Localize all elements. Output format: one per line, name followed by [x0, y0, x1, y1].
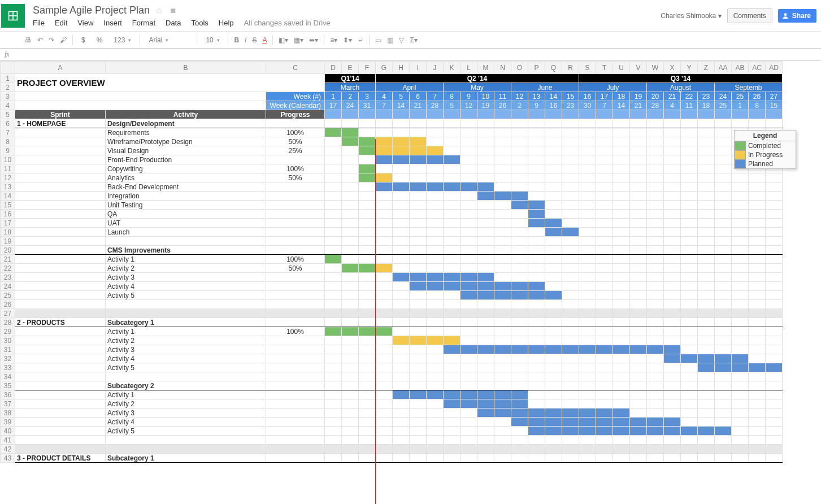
fill-color-icon[interactable]: ◧▾ [279, 36, 288, 44]
save-status: All changes saved in Drive [244, 19, 331, 27]
titlebar: Sample Agile Project Plan ☆ ■ File Edit … [0, 0, 821, 32]
menu-view[interactable]: View [77, 19, 93, 27]
menu-data[interactable]: Data [166, 19, 181, 27]
bold-icon[interactable]: B [234, 36, 239, 44]
font-size-dropdown[interactable]: 10 [203, 35, 222, 45]
spreadsheet-grid[interactable]: ABCDEFGHIJKLMNOPQRSTUVWXYZAAABACAD1PROJE… [0, 61, 821, 504]
star-icon[interactable]: ☆ [155, 6, 163, 15]
legend-box: Legend CompletedIn ProgressPlanned [734, 130, 796, 169]
paint-icon[interactable]: 🖌 [60, 36, 67, 44]
svg-point-3 [784, 13, 787, 16]
account-name[interactable]: Charles Shimooka ▾ [661, 12, 721, 20]
undo-icon[interactable]: ↶ [37, 36, 43, 44]
menu-file[interactable]: File [33, 19, 45, 27]
link-icon[interactable]: ▭ [375, 36, 381, 44]
share-button[interactable]: Share [778, 9, 816, 23]
merge-icon[interactable]: ⬌▾ [309, 36, 318, 44]
percent-button[interactable]: % [94, 35, 106, 45]
menu-format[interactable]: Format [132, 19, 155, 27]
wrap-icon[interactable]: ⤶ [358, 36, 363, 44]
borders-icon[interactable]: ▦▾ [294, 36, 303, 44]
person-icon [781, 12, 789, 20]
print-icon[interactable]: 🖶 [25, 36, 32, 44]
italic-icon[interactable]: I [245, 36, 246, 44]
folder-icon[interactable]: ■ [170, 6, 176, 15]
doc-title[interactable]: Sample Agile Project Plan [33, 5, 150, 16]
menu-insert[interactable]: Insert [103, 19, 122, 27]
strike-icon[interactable]: S [252, 36, 257, 44]
menu-edit[interactable]: Edit [55, 19, 67, 27]
halign-icon[interactable]: ≡▾ [330, 36, 337, 44]
menubar: File Edit View Insert Format Data Tools … [33, 19, 661, 27]
chart-icon[interactable]: ▥ [387, 36, 393, 44]
menu-tools[interactable]: Tools [191, 19, 208, 27]
comments-button[interactable]: Comments [727, 8, 772, 23]
legend-title: Legend [735, 131, 796, 141]
redo-icon[interactable]: ↷ [49, 36, 54, 44]
menu-help[interactable]: Help [219, 19, 234, 27]
functions-icon[interactable]: Σ▾ [410, 36, 417, 44]
font-family-dropdown[interactable]: Arial [146, 35, 191, 45]
fx-label: fx [5, 50, 10, 59]
valign-icon[interactable]: ⬍▾ [343, 36, 352, 44]
text-color-icon[interactable]: A [262, 36, 267, 44]
filter-icon[interactable]: ▽ [399, 36, 404, 44]
toolbar: 🖶 ↶ ↷ 🖌 $ % 123 Arial 10 B I S A ◧▾ ▦▾ ⬌… [0, 32, 821, 49]
sheets-app-icon[interactable] [1, 4, 25, 28]
currency-button[interactable]: $ [79, 35, 88, 45]
formula-bar[interactable]: fx [0, 49, 821, 61]
number-format-dropdown[interactable]: 123 [111, 35, 134, 45]
